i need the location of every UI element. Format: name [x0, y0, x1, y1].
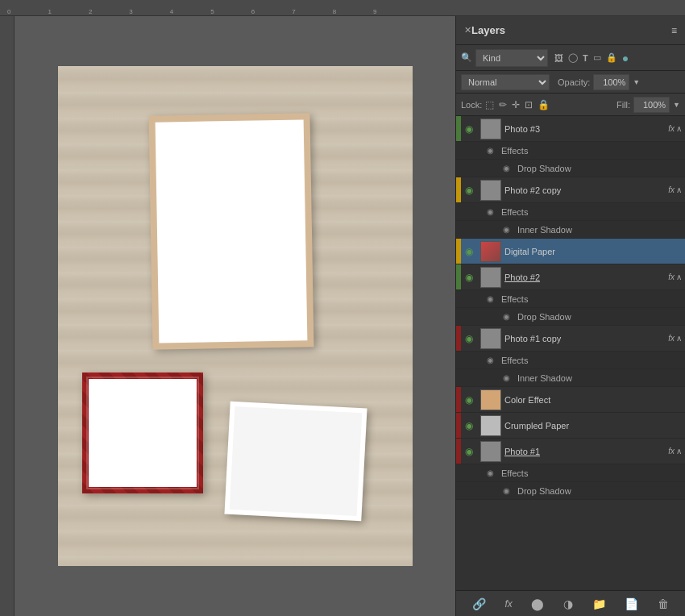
layer-fx-photo2: fx [668, 273, 675, 281]
layer-photo2[interactable]: Photo #2 fx ∧ [456, 264, 685, 290]
sublayer-vis-dropshadow-photo2[interactable]: ◉ [498, 308, 514, 326]
sublayer-vis-photo2copy-effects[interactable]: ◉ [482, 203, 498, 221]
footer-new-layer-icon[interactable]: 📄 [620, 596, 643, 612]
footer-link-icon[interactable]: 🔗 [467, 596, 491, 612]
fill-label: Fill: [616, 100, 630, 110]
filter-text-icon[interactable]: T [583, 53, 588, 63]
frame-small-red[interactable] [82, 373, 203, 493]
layer-visibility-coloreffect[interactable] [461, 387, 477, 413]
search-icon: 🔍 [461, 52, 472, 63]
layer-visibility-photo2[interactable] [461, 264, 477, 290]
sublayer-dropshadow-photo3[interactable]: ◉ Drop Shadow [456, 160, 685, 177]
footer-delete-icon[interactable]: 🗑 [653, 596, 674, 612]
layer-visibility-photo2copy[interactable] [461, 177, 477, 203]
sublayer-innershadow-photo1copy[interactable]: ◉ Inner Shadow [456, 369, 685, 387]
photo-canvas [58, 66, 413, 566]
layer-chevron-photo1copy[interactable]: ∧ [676, 334, 682, 343]
canvas-area[interactable] [0, 16, 455, 616]
lock-all-icon[interactable]: 🔒 [538, 99, 550, 110]
frame-small-white[interactable] [224, 402, 367, 522]
layer-photo2copy[interactable]: Photo #2 copy fx ∧ [456, 177, 685, 203]
layer-thumb-digitalpaper [480, 241, 501, 262]
sublayer-vis-dropshadow-photo1[interactable]: ◉ [498, 482, 514, 500]
layer-photo1copy[interactable]: Photo #1 copy fx ∧ [456, 326, 685, 352]
ruler-top: 0 1 2 3 4 5 6 7 8 9 [0, 0, 685, 16]
sublayer-dropshadow-label-photo1: Drop Shadow [517, 486, 571, 496]
sublayer-dropshadow-photo1[interactable]: ◉ Drop Shadow [456, 482, 685, 500]
sublayer-vis-photo3-effects[interactable]: ◉ [482, 142, 498, 160]
filter-bar: 🔍 Kind 🖼 ◯ T ▭ 🔒 ● [456, 45, 685, 71]
filter-circle-icon[interactable]: ◯ [568, 52, 578, 63]
filter-kind-select[interactable]: Kind [475, 49, 548, 67]
sublayer-innershadow-photo2copy[interactable]: ◉ Inner Shadow [456, 221, 685, 239]
panel-header-icons: ≡ [671, 25, 677, 36]
ruler-left [0, 16, 15, 616]
sublayer-dropshadow-label-photo2: Drop Shadow [517, 312, 571, 322]
sublayer-vis-dropshadow-photo3[interactable]: ◉ [498, 160, 514, 177]
sublayer-vis-photo1copy-effects[interactable]: ◉ [482, 352, 498, 369]
fill-input[interactable] [633, 97, 670, 113]
layer-name-photo1: Photo #1 [504, 447, 665, 456]
sublayer-effects-photo2copy[interactable]: ◉ Effects [456, 203, 685, 221]
footer-adjustment-icon[interactable]: ⬤ [526, 596, 549, 612]
sublayer-effects-photo3[interactable]: ◉ Effects [456, 142, 685, 160]
layer-crumpled[interactable]: Crumpled Paper [456, 413, 685, 439]
filter-dot-icon[interactable]: ● [622, 52, 629, 65]
layer-thumb-photo2 [480, 267, 501, 288]
blend-mode-select[interactable]: Normal [461, 74, 550, 90]
sublayer-vis-innershadow-photo2copy[interactable]: ◉ [498, 221, 514, 239]
layer-digitalpaper[interactable]: Digital Paper [456, 239, 685, 264]
opacity-dropdown-arrow[interactable]: ▼ [633, 78, 640, 86]
eye-icon-photo1copy [465, 333, 473, 344]
layer-visibility-photo1copy[interactable] [461, 326, 477, 352]
panel-close-button[interactable]: ✕ [464, 25, 471, 35]
panel-title: Layers [471, 24, 671, 36]
sublayer-dropshadow-photo2[interactable]: ◉ Drop Shadow [456, 308, 685, 326]
filter-shape-icon[interactable]: ▭ [593, 52, 601, 63]
layer-visibility-digitalpaper[interactable] [461, 239, 477, 264]
sublayer-effects-photo1[interactable]: ◉ Effects [456, 464, 685, 482]
layer-name-coloreffect: Color Effect [504, 395, 682, 405]
lock-label: Lock: [461, 100, 482, 110]
layer-visibility-crumpled[interactable] [461, 413, 477, 439]
filter-lock-icon[interactable]: 🔒 [606, 52, 617, 63]
frame-large[interactable] [148, 113, 313, 349]
layer-visibility-photo3[interactable] [461, 116, 477, 142]
lock-move-icon[interactable]: ✛ [512, 99, 520, 110]
filter-image-icon[interactable]: 🖼 [554, 53, 563, 63]
layer-photo1[interactable]: Photo #1 fx ∧ [456, 439, 685, 464]
layer-chevron-photo3[interactable]: ∧ [676, 124, 682, 133]
layer-chevron-photo2copy[interactable]: ∧ [676, 185, 682, 194]
footer-mask-icon[interactable]: ◑ [558, 596, 578, 612]
sublayer-vis-photo2-effects[interactable]: ◉ [482, 290, 498, 308]
sublayer-vis-innershadow-photo1copy[interactable]: ◉ [498, 369, 514, 387]
layer-coloreffect[interactable]: Color Effect [456, 387, 685, 413]
layer-chevron-photo2[interactable]: ∧ [676, 273, 682, 281]
footer-fx-icon[interactable]: fx [500, 597, 517, 611]
layer-fx-photo2copy: fx [668, 185, 675, 194]
blend-bar: Normal Opacity: ▼ [456, 71, 685, 94]
layer-chevron-photo1[interactable]: ∧ [676, 447, 682, 456]
layers-list[interactable]: Photo #3 fx ∧ ◉ Effects ◉ Drop Shadow Ph… [456, 116, 685, 590]
sublayer-effects-label-photo3: Effects [501, 146, 528, 156]
eye-icon-photo3 [465, 123, 473, 135]
eye-icon-crumpled [465, 420, 473, 431]
layer-fx-photo1copy: fx [668, 334, 675, 343]
lock-artboard-icon[interactable]: ⊡ [525, 99, 533, 110]
layer-fx-photo1: fx [668, 447, 675, 456]
fill-dropdown-arrow[interactable]: ▼ [673, 101, 680, 109]
lock-brush-icon[interactable]: ✏ [499, 99, 507, 110]
eye-icon-coloreffect [465, 394, 473, 406]
sublayer-effects-photo2[interactable]: ◉ Effects [456, 290, 685, 308]
layer-name-photo2copy: Photo #2 copy [504, 185, 665, 195]
lock-transparent-icon[interactable]: ⬚ [485, 99, 494, 110]
layer-name-digitalpaper: Digital Paper [504, 247, 682, 256]
layer-photo3[interactable]: Photo #3 fx ∧ [456, 116, 685, 142]
opacity-input[interactable] [593, 74, 629, 90]
panel-menu-icon[interactable]: ≡ [671, 25, 677, 36]
footer-group-icon[interactable]: 📁 [587, 596, 611, 612]
sublayer-vis-photo1-effects[interactable]: ◉ [482, 464, 498, 482]
layer-visibility-photo1[interactable] [461, 439, 477, 464]
sublayer-effects-photo1copy[interactable]: ◉ Effects [456, 352, 685, 369]
main-area: ✕ Layers ≡ 🔍 Kind 🖼 ◯ T ▭ 🔒 ● No [0, 16, 685, 616]
